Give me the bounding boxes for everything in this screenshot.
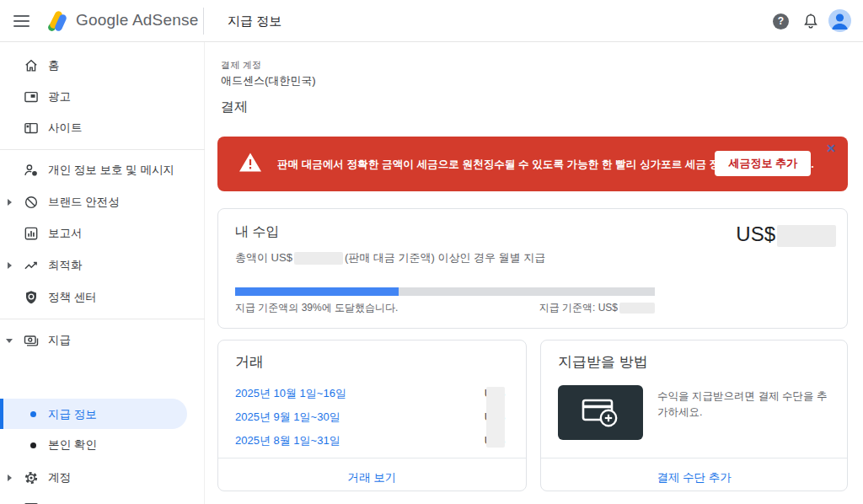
topbar-divider bbox=[203, 8, 204, 35]
sidebar-item-label: 지급 bbox=[48, 333, 71, 348]
transaction-period-link[interactable]: 2025년 10월 1일~16일 bbox=[235, 386, 346, 401]
sidebar-item-label: 브랜드 안전성 bbox=[48, 195, 120, 210]
sidebar-item-home[interactable]: 홈 bbox=[0, 51, 202, 80]
sidebar-item-account[interactable]: 계정 bbox=[0, 464, 202, 492]
redacted-threshold-amount bbox=[294, 252, 343, 265]
billing-account-label: 결제 계정 bbox=[221, 59, 262, 72]
sidebar-item-label: 계정 bbox=[48, 470, 71, 485]
bullet-dot-icon bbox=[30, 411, 36, 417]
reports-icon bbox=[23, 225, 40, 242]
current-balance: US$ bbox=[736, 223, 836, 247]
sidebar-item-label: 보고서 bbox=[48, 226, 83, 241]
card-divider bbox=[218, 458, 526, 458]
sidebar-item-label: 최적화 bbox=[48, 258, 83, 273]
sidebar-item-optimization[interactable]: 최적화 bbox=[0, 251, 202, 280]
close-icon[interactable]: ✕ bbox=[823, 138, 839, 158]
bullet-dot-icon bbox=[30, 442, 36, 448]
brand-safety-icon bbox=[23, 194, 40, 211]
ads-icon bbox=[23, 88, 40, 105]
sidebar-item-label: 홈 bbox=[48, 58, 60, 73]
threshold-label: 지급 기준액: US$ bbox=[539, 302, 618, 314]
sidebar-item-label: 광고 bbox=[48, 89, 71, 105]
add-payment-method-link[interactable]: 결제 수단 추가 bbox=[541, 465, 847, 491]
payments-heading: 결제 bbox=[221, 99, 248, 116]
payment-method-card: 지급받을 방법 수익을 지급받으려면 결제 수단을 추가하세요. 결제 수단 추… bbox=[540, 340, 848, 491]
sidebar-item-payments-info[interactable]: 지급 정보 bbox=[0, 399, 187, 429]
hamburger-menu-icon[interactable] bbox=[13, 12, 34, 30]
expand-arrow-icon[interactable] bbox=[8, 199, 12, 206]
brand-text: Google AdSense bbox=[76, 11, 198, 29]
policy-center-icon bbox=[23, 289, 40, 306]
payment-progress: 지급 기준액의 39%에 도달했습니다. 지급 기준액: US$ bbox=[235, 287, 655, 296]
redacted-transaction-amounts bbox=[486, 387, 505, 448]
tax-info-alert-banner: 판매 대금에서 정확한 금액이 세금으로 원천징수될 수 있도록 가능한 한 빨… bbox=[217, 137, 848, 191]
progress-note: 지급 기준액의 39%에 도달했습니다. bbox=[235, 301, 398, 315]
redacted-threshold-value bbox=[619, 303, 655, 314]
payment-method-tile bbox=[558, 385, 643, 440]
view-transactions-link[interactable]: 거래 보기 bbox=[218, 465, 526, 491]
avatar[interactable] bbox=[828, 9, 851, 32]
redacted-balance-amount bbox=[777, 225, 836, 247]
transaction-period-link[interactable]: 2025년 8월 1일~31일 bbox=[235, 433, 340, 448]
payment-threshold: 지급 기준액: US$ bbox=[539, 301, 655, 315]
sidebar-item-sites[interactable]: 사이트 bbox=[0, 114, 202, 142]
sidebar-item-privacy-messaging[interactable]: 개인 정보 보호 및 메시지 bbox=[0, 156, 202, 185]
sidebar-item-brand-safety[interactable]: 브랜드 안전성 bbox=[0, 188, 202, 217]
adsense-app: Google AdSense 지급 정보 ? 홈 bbox=[0, 0, 863, 504]
earnings-subtitle: 총액이 US$(판매 대금 기준액) 이상인 경우 월별 지급 bbox=[235, 250, 545, 265]
sidebar-item-policy-center[interactable]: 정책 센터 bbox=[0, 283, 202, 312]
help-icon[interactable]: ? bbox=[773, 13, 789, 29]
sites-icon bbox=[23, 120, 40, 137]
add-tax-info-button[interactable]: 세금정보 추가 bbox=[715, 151, 811, 176]
earnings-progress-fill bbox=[235, 287, 399, 296]
transaction-row: 2025년 8월 1일~31일 US$ bbox=[218, 429, 526, 453]
subtitle-prefix: 총액이 US$ bbox=[235, 251, 292, 264]
transaction-row: 2025년 10월 1일~16일 US$ bbox=[218, 382, 526, 405]
trending-up-icon bbox=[23, 257, 40, 274]
expand-arrow-icon[interactable] bbox=[8, 262, 12, 269]
payments-icon bbox=[23, 332, 40, 349]
sidebar-item-label: 본인 확인 bbox=[48, 437, 97, 453]
payment-method-description: 수익을 지급받으려면 결제 수단을 추가하세요. bbox=[657, 389, 836, 421]
sidebar-item-label: 개인 정보 보호 및 메시지 bbox=[48, 163, 174, 178]
transaction-row: 2025년 9월 1일~30일 US$ bbox=[218, 405, 526, 429]
earnings-card: 내 수입 총액이 US$(판매 대금 기준액) 이상인 경우 월별 지급 US$… bbox=[217, 208, 848, 329]
warning-icon bbox=[239, 152, 262, 173]
top-bar: Google AdSense 지급 정보 ? bbox=[0, 0, 863, 42]
billing-account-value: 애드센스(대한민국) bbox=[221, 73, 316, 88]
sidebar-item-label: 지급 정보 bbox=[48, 407, 97, 422]
sidebar-item-ads[interactable]: 광고 bbox=[0, 83, 202, 111]
home-icon bbox=[23, 57, 40, 74]
brand-google: Google bbox=[76, 11, 128, 29]
currency-label: US$ bbox=[736, 223, 775, 245]
sidebar-divider bbox=[0, 319, 205, 319]
subtitle-suffix: (판매 대금 기준액) 이상인 경우 월별 지급 bbox=[345, 251, 545, 264]
transactions-list: 2025년 10월 1일~16일 US$ 2025년 9월 1일~30일 US$… bbox=[218, 382, 526, 453]
privacy-messaging-icon bbox=[23, 162, 40, 179]
payment-method-title: 지급받을 방법 bbox=[558, 352, 648, 372]
transaction-period-link[interactable]: 2025년 9월 1일~30일 bbox=[235, 410, 340, 425]
sidebar-item-label: 정책 센터 bbox=[48, 290, 97, 305]
adsense-logo-icon bbox=[44, 8, 71, 35]
card-divider bbox=[541, 458, 847, 458]
add-card-icon bbox=[579, 395, 623, 431]
sidebar-item-label: 사이트 bbox=[48, 121, 83, 136]
transactions-card: 거래 2025년 10월 1일~16일 US$ 2025년 9월 1일~30일 … bbox=[217, 340, 527, 491]
earnings-title: 내 수입 bbox=[235, 223, 279, 241]
progress-track bbox=[235, 287, 655, 296]
sidebar-item-feedback[interactable]: 의견 bbox=[0, 495, 202, 504]
brand-product: AdSense bbox=[132, 11, 199, 29]
sidebar-item-payments[interactable]: 지급 bbox=[0, 326, 202, 355]
page-title: 지급 정보 bbox=[228, 13, 281, 29]
gear-icon bbox=[23, 469, 40, 486]
sidebar: 홈 광고 사이트 개인 정보 보호 및 메시지 bbox=[0, 42, 205, 504]
expand-arrow-icon[interactable] bbox=[8, 475, 12, 481]
feedback-icon bbox=[23, 501, 40, 504]
notifications-bell-icon[interactable] bbox=[801, 12, 820, 30]
collapse-arrow-icon[interactable] bbox=[6, 339, 13, 343]
sidebar-divider bbox=[0, 149, 205, 150]
sidebar-item-reports[interactable]: 보고서 bbox=[0, 219, 202, 248]
sidebar-item-identity-verification[interactable]: 본인 확인 bbox=[0, 431, 202, 459]
selected-indicator-bar bbox=[0, 399, 3, 429]
transactions-title: 거래 bbox=[235, 352, 264, 372]
